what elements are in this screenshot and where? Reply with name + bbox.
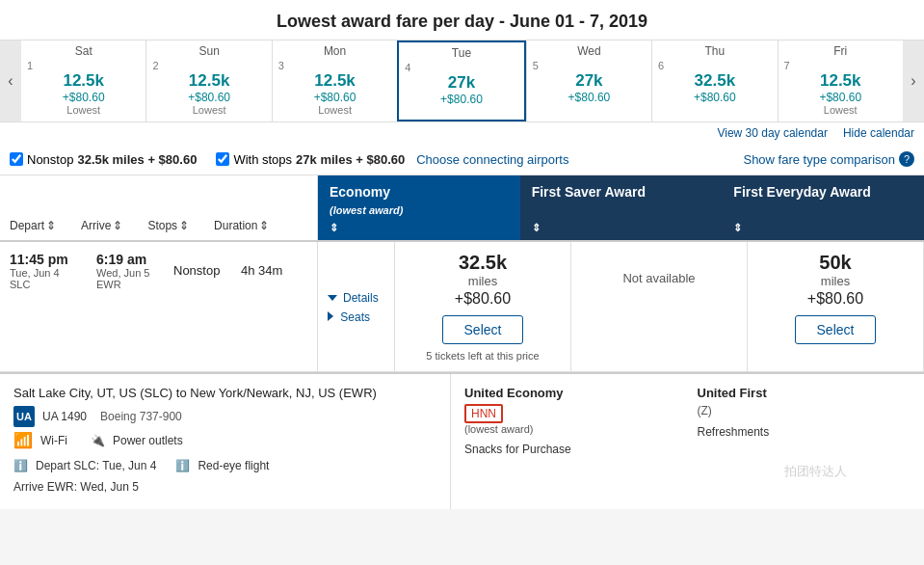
next-arrow[interactable]: › xyxy=(903,40,924,121)
economy-select-button[interactable]: Select xyxy=(442,315,524,344)
day-num: 2 xyxy=(152,60,265,71)
arrive-header[interactable]: Arrive ⇕ xyxy=(81,219,122,232)
day-price: +$80.60 xyxy=(27,91,140,104)
day-lowest: Lowest xyxy=(27,104,140,116)
duration-block: 4h 34m xyxy=(241,252,299,278)
snacks-row: Snacks for Purchase xyxy=(464,443,678,456)
day-miles: 27k xyxy=(533,71,646,91)
tickets-left: 5 tickets left at this price xyxy=(426,350,539,362)
first-everyday-miles-number: 50k xyxy=(819,252,851,274)
fare-sub: (lowest award) xyxy=(464,423,678,435)
day-miles: 27k xyxy=(405,73,517,93)
first-everyday-miles-unit: miles xyxy=(821,274,850,288)
prev-arrow[interactable]: ‹ xyxy=(0,40,21,121)
calendar-day-sat[interactable]: Sat 1 12.5k +$80.60 Lowest xyxy=(21,40,145,121)
arrive-date: Wed, Jun 5 xyxy=(96,267,173,279)
depart-header[interactable]: Depart ⇕ xyxy=(10,219,56,232)
calendar-day-mon[interactable]: Mon 3 12.5k +$80.60 Lowest xyxy=(272,40,397,121)
first-saver-title: First Saver Award xyxy=(532,183,711,201)
economy-subtitle: (lowest award) xyxy=(330,204,403,216)
calendar-day-sun[interactable]: Sun 2 12.5k +$80.60 Lowest xyxy=(145,40,271,121)
info-icon: ℹ️ xyxy=(13,459,28,472)
calendar-days: Sat 1 12.5k +$80.60 Lowest Sun 2 12.5k +… xyxy=(21,40,903,121)
info-left: Salt Lake City, UT, US (SLC) to New York… xyxy=(0,374,451,509)
economy-price: +$80.60 xyxy=(455,290,511,308)
fare-code2: (Z) xyxy=(698,404,911,417)
duration-value: 4h 34m xyxy=(241,252,299,278)
first-everyday-miles-value: 50k xyxy=(819,252,851,273)
arrive-block: 6:19 am Wed, Jun 5 EWR xyxy=(96,252,173,290)
stops-header[interactable]: Stops ⇕ xyxy=(147,219,189,232)
flight-result-row: 11:45 pm Tue, Jun 4 SLC 6:19 am Wed, Jun… xyxy=(0,242,924,372)
filter-right: Show fare type comparison ? xyxy=(743,151,914,167)
day-miles: 12.5k xyxy=(784,71,897,91)
day-name: Mon xyxy=(278,44,391,58)
day-price: +$80.60 xyxy=(658,91,771,104)
redeye-row: ℹ️ Red-eye flight xyxy=(175,459,269,472)
power-icon: 🔌 xyxy=(91,434,105,447)
day-price: +$80.60 xyxy=(278,91,391,104)
depart-block: 11:45 pm Tue, Jun 4 SLC xyxy=(10,252,96,290)
flight-column-headers: Depart ⇕ Arrive ⇕ Stops ⇕ Duration ⇕ xyxy=(0,175,318,240)
calendar-day-tue[interactable]: Tue 4 27k +$80.60 xyxy=(397,40,525,121)
calendar-day-thu[interactable]: Thu 6 32.5k +$80.60 xyxy=(651,40,777,121)
economy-miles-number: 32.5k xyxy=(459,252,507,274)
watermark: 拍团特达人 xyxy=(784,463,847,480)
first-saver-fare-col: Not available xyxy=(571,242,748,371)
stops-checkbox[interactable] xyxy=(216,152,229,166)
first-everyday-sort[interactable]: ⇕ xyxy=(733,222,912,234)
calendar-day-fri[interactable]: Fri 7 12.5k +$80.60 Lowest xyxy=(778,40,903,121)
route-title: Salt Lake City, UT, US (SLC) to New York… xyxy=(13,386,436,400)
day-price: +$80.60 xyxy=(405,93,517,106)
first-saver-sort[interactable]: ⇕ xyxy=(532,222,711,234)
depart-arrive-info: ℹ️ Depart SLC: Tue, Jun 4 ℹ️ Red-eye fli… xyxy=(13,455,436,476)
flight-info: 11:45 pm Tue, Jun 4 SLC 6:19 am Wed, Jun… xyxy=(0,242,318,371)
first-everyday-select-button[interactable]: Select xyxy=(795,315,877,344)
right-column-headers: Economy(lowest award) ⇕ First Saver Awar… xyxy=(318,175,924,240)
arrive-airport: EWR xyxy=(96,279,173,290)
economy-sort[interactable]: ⇕ xyxy=(330,222,509,234)
show-fare-link[interactable]: Show fare type comparison xyxy=(743,152,895,167)
connecting-airports-link[interactable]: Choose connecting airports xyxy=(416,152,568,167)
depart-time: 11:45 pm xyxy=(10,252,96,267)
day-price: +$80.60 xyxy=(784,91,897,104)
details-link[interactable]: Details xyxy=(328,291,379,305)
help-icon[interactable]: ? xyxy=(899,151,914,167)
stops-filter: With stops 27k miles + $80.60 xyxy=(216,152,405,167)
calendar-day-wed[interactable]: Wed 5 27k +$80.60 xyxy=(526,40,651,121)
stops-value: Nonstop xyxy=(173,252,241,278)
day-num: 4 xyxy=(405,62,517,73)
day-name: Tue xyxy=(405,46,517,60)
depart-info: Depart SLC: Tue, Jun 4 xyxy=(36,459,156,472)
day-name: Fri xyxy=(784,44,897,58)
flight-num: UA 1490 xyxy=(42,410,87,423)
details-arrow-icon xyxy=(328,295,337,301)
day-miles: 12.5k xyxy=(27,71,140,91)
hide-calendar-link[interactable]: Hide calendar xyxy=(843,126,914,140)
view-30-day-link[interactable]: View 30 day calendar xyxy=(717,126,828,140)
seats-label: Seats xyxy=(340,310,370,324)
depart-date: Tue, Jun 4 xyxy=(10,267,96,279)
day-num: 7 xyxy=(784,60,897,71)
day-miles: 12.5k xyxy=(152,71,265,91)
duration-header[interactable]: Duration ⇕ xyxy=(214,219,269,232)
united-first-title: United First xyxy=(698,386,911,400)
economy-fare-col: 32.5k miles +$80.60 Select 5 tickets lef… xyxy=(395,242,571,371)
headers-row: Depart ⇕ Arrive ⇕ Stops ⇕ Duration ⇕ Eco… xyxy=(0,175,924,242)
seats-link[interactable]: Seats xyxy=(328,310,370,324)
info-right: United Economy HNN (lowest award) Snacks… xyxy=(451,374,924,509)
economy-title: Economy(lowest award) xyxy=(330,183,509,218)
day-price: +$80.60 xyxy=(533,91,646,104)
ua-badge: UA xyxy=(13,406,35,427)
not-available: Not available xyxy=(613,252,704,305)
day-num: 3 xyxy=(278,60,391,71)
day-num: 1 xyxy=(27,60,140,71)
redeye-icon: ℹ️ xyxy=(175,459,190,472)
fare-code: HNN xyxy=(464,404,503,423)
economy-column-header: Economy(lowest award) ⇕ xyxy=(318,175,520,240)
filter-row: Nonstop 32.5k miles + $80.60 With stops … xyxy=(0,144,924,175)
details-label: Details xyxy=(343,291,379,305)
depart-slc-row: ℹ️ Depart SLC: Tue, Jun 4 xyxy=(13,459,156,472)
flight-num-row: UA UA 1490 Boeing 737-900 xyxy=(13,406,436,427)
nonstop-checkbox[interactable] xyxy=(10,152,23,166)
